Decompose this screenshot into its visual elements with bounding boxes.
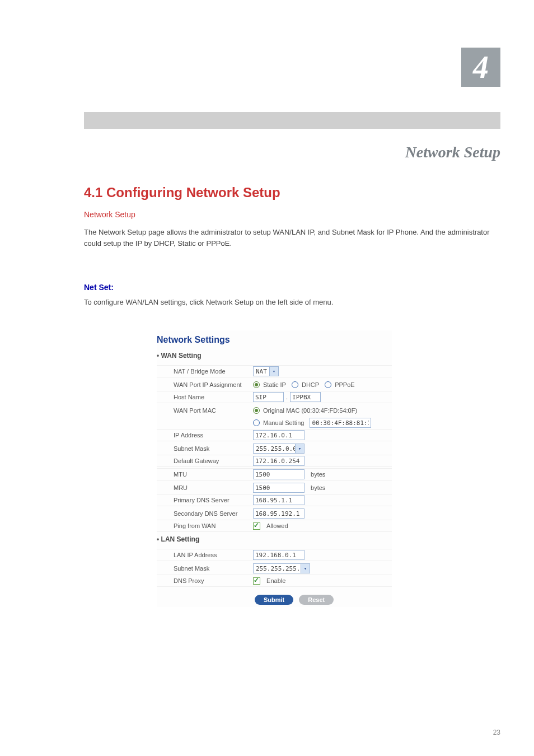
lan-heading: LAN Setting: [157, 535, 392, 543]
lan-ip-input[interactable]: [253, 550, 305, 560]
mtu-input[interactable]: [253, 469, 305, 479]
host-name-1-input[interactable]: [253, 392, 284, 402]
wan-port-mac-label: WAN Port MAC: [157, 407, 253, 414]
chevron-down-icon: ▾: [301, 564, 310, 573]
row-ping: Ping from WAN Allowed: [157, 520, 392, 532]
dns-proxy-checkbox[interactable]: [253, 577, 260, 585]
row-lan-ip: LAN IP Address: [157, 549, 392, 561]
ip-address-label: IP Address: [157, 432, 253, 438]
lan-subnet-value: 255.255.255.0: [254, 565, 301, 572]
row-sdns: Secondary DNS Server: [157, 507, 392, 520]
bytes-label: bytes: [311, 471, 325, 478]
reset-button[interactable]: Reset: [299, 595, 334, 605]
opt-pppoe: PPPoE: [335, 381, 354, 388]
body-text-2: To configure WAN/LAN settings, click Net…: [84, 297, 500, 308]
radio-mac-manual[interactable]: [253, 419, 260, 426]
pdns-input[interactable]: [253, 495, 305, 505]
nat-bridge-select[interactable]: NAT ▾: [253, 366, 279, 376]
ping-label: Ping from WAN: [157, 522, 253, 529]
radio-pppoe[interactable]: [325, 381, 331, 388]
radio-dhcp[interactable]: [292, 381, 298, 388]
section-title: 4.1 Configuring Network Setup: [84, 185, 280, 200]
header-bar: [84, 112, 500, 129]
lan-ip-label: LAN IP Address: [157, 552, 253, 558]
bytes-label: bytes: [311, 484, 325, 491]
subtitle: Network Setup: [84, 210, 135, 219]
ping-checkbox[interactable]: [253, 522, 260, 530]
chevron-down-icon: ▾: [269, 367, 278, 376]
page-number: 23: [493, 729, 500, 736]
body-text-1: The Network Setup page allows the admini…: [84, 227, 500, 249]
wan-port-ip-label: WAN Port IP Assignment: [157, 381, 253, 388]
subnet-value: 255.255.0.0: [254, 445, 295, 452]
chapter-title: Network Setup: [84, 143, 500, 161]
row-subnet: Subnet Mask 255.255.0.0 ▾: [157, 442, 392, 455]
row-wan-mac-2: Manual Setting: [157, 417, 392, 429]
radio-mac-original[interactable]: [253, 407, 260, 414]
gateway-input[interactable]: [253, 456, 305, 466]
opt-dhcp: DHCP: [302, 381, 319, 388]
mac-manual-input[interactable]: [310, 418, 371, 428]
host-name-label: Host Name: [157, 394, 253, 400]
opt-static-ip: Static IP: [263, 381, 286, 388]
row-lan-subnet: Subnet Mask 255.255.255.0 ▾: [157, 562, 392, 575]
subnet-label: Subnet Mask: [157, 445, 253, 452]
chapter-badge: 4: [461, 48, 500, 87]
panel-title: Network Settings: [157, 335, 392, 345]
netset-heading: Net Set:: [84, 283, 114, 292]
gateway-label: Default Gateway: [157, 458, 253, 464]
wan-heading: WAN Setting: [157, 352, 392, 360]
host-name-2-input[interactable]: [290, 392, 321, 402]
dns-proxy-enable-label: Enable: [266, 577, 285, 584]
row-dns-proxy: DNS Proxy Enable: [157, 575, 392, 587]
chapter-number: 4: [473, 52, 489, 83]
mac-manual-label: Manual Setting: [263, 419, 304, 426]
row-pdns: Primary DNS Server: [157, 494, 392, 506]
mac-orig-label: Original MAC (00:30:4F:FD:54:0F): [263, 407, 357, 414]
sdns-input[interactable]: [253, 508, 305, 519]
row-mru: MRU bytes: [157, 482, 392, 494]
button-row: Submit Reset: [255, 595, 392, 605]
nat-bridge-label: NAT / Bridge Mode: [157, 368, 253, 375]
row-host-name: Host Name .: [157, 391, 392, 403]
row-gateway: Default Gateway: [157, 455, 392, 467]
row-wan-mac-1: WAN Port MAC Original MAC (00:30:4F:FD:5…: [157, 404, 392, 417]
lan-subnet-label: Subnet Mask: [157, 565, 253, 572]
sdns-label: Secondary DNS Server: [157, 510, 253, 517]
submit-button[interactable]: Submit: [255, 595, 293, 605]
radio-static-ip[interactable]: [253, 381, 260, 388]
ip-address-input[interactable]: [253, 430, 305, 440]
pdns-label: Primary DNS Server: [157, 497, 253, 503]
row-ip-address: IP Address: [157, 429, 392, 441]
chevron-down-icon: ▾: [295, 444, 304, 453]
row-nat-bridge: NAT / Bridge Mode NAT ▾: [157, 365, 392, 377]
row-wan-port-ip: WAN Port IP Assignment Static IP DHCP PP…: [157, 379, 392, 391]
subnet-select[interactable]: 255.255.0.0 ▾: [253, 444, 305, 454]
dns-proxy-label: DNS Proxy: [157, 577, 253, 584]
network-settings-panel: Network Settings WAN Setting NAT / Bridg…: [157, 330, 392, 607]
row-mtu: MTU bytes: [157, 468, 392, 480]
mtu-label: MTU: [157, 471, 253, 478]
ping-allowed-label: Allowed: [266, 522, 288, 529]
nat-bridge-value: NAT: [254, 368, 269, 375]
mru-label: MRU: [157, 484, 253, 491]
lan-subnet-select[interactable]: 255.255.255.0 ▾: [253, 563, 310, 573]
mru-input[interactable]: [253, 483, 305, 493]
